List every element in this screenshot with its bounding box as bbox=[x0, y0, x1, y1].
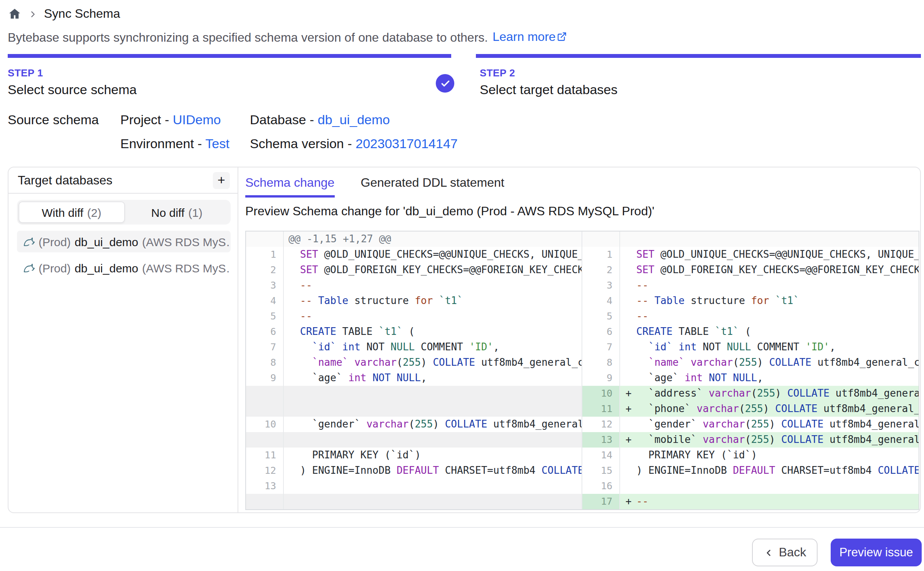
target-database-item[interactable]: (Prod) db_ui_demo (AWS RDS MyS… bbox=[17, 257, 231, 279]
diff-row: 4-- Table structure for `t1` bbox=[246, 293, 582, 309]
diff-left-pane: @@ -1,15 +1,27 @@1SET @OLD_UNIQUE_CHECKS… bbox=[246, 231, 582, 509]
mysql-icon bbox=[23, 262, 35, 274]
diff-row: 6CREATE TABLE `t1` ( bbox=[582, 324, 919, 340]
description-text: Bytebase supports synchronizing a specif… bbox=[8, 30, 488, 44]
diff-right-pane: 1SET @OLD_UNIQUE_CHECKS=@@UNIQUE_CHECKS,… bbox=[582, 231, 919, 509]
preview-title: Preview Schema change for 'db_ui_demo (P… bbox=[245, 204, 654, 218]
diff-row: 16 bbox=[582, 478, 919, 494]
step1-title: Select source schema bbox=[8, 83, 137, 98]
no-diff-count: (1) bbox=[188, 206, 202, 219]
diff-row bbox=[246, 494, 582, 509]
diff-row: 2SET @OLD_FOREIGN_KEY_CHECKS=@@FOREIGN_K… bbox=[582, 262, 919, 278]
project-link[interactable]: UIDemo bbox=[173, 113, 221, 127]
diff-row: 6CREATE TABLE `t1` ( bbox=[246, 324, 582, 340]
step1-completed-badge bbox=[436, 74, 454, 93]
step2-title: Select target databases bbox=[480, 83, 617, 98]
footer-divider bbox=[0, 527, 924, 528]
tab-schema-change[interactable]: Schema change bbox=[245, 176, 334, 198]
source-schema-label: Source schema bbox=[8, 113, 99, 128]
chevron-left-icon bbox=[763, 547, 773, 557]
diff-row: 3-- bbox=[246, 278, 582, 293]
step2-progress-bar bbox=[476, 54, 921, 58]
external-link-icon bbox=[557, 31, 567, 45]
target-databases-panel: Target databases + With diff (2) No diff… bbox=[8, 167, 238, 512]
sync-schema-page: Sync Schema Bytebase supports synchroniz… bbox=[0, 0, 924, 571]
schema-diff-viewer[interactable]: @@ -1,15 +1,27 @@1SET @OLD_UNIQUE_CHECKS… bbox=[245, 231, 919, 510]
step1: STEP 1 Select source schema bbox=[8, 67, 137, 98]
database-link[interactable]: db_ui_demo bbox=[318, 113, 390, 127]
diff-row: 8 `name` varchar(255) COLLATE utf8mb4_ge… bbox=[246, 355, 582, 370]
diff-row: 13 bbox=[246, 478, 582, 494]
diff-row: 11+ `phone` varchar(255) COLLATE utf8mb4… bbox=[582, 401, 919, 417]
mysql-icon bbox=[23, 236, 35, 247]
diff-row: 2SET @OLD_FOREIGN_KEY_CHECKS=@@FOREIGN_K… bbox=[246, 262, 582, 278]
diff-row: 9 `age` int NOT NULL, bbox=[582, 370, 919, 386]
target-databases-title: Target databases bbox=[18, 173, 113, 187]
tab-no-diff[interactable]: No diff (1) bbox=[125, 201, 229, 223]
tab-generated-ddl[interactable]: Generated DDL statement bbox=[361, 176, 504, 198]
step1-progress-bar bbox=[8, 54, 451, 58]
diff-row: 10+ `address` varchar(255) COLLATE utf8m… bbox=[582, 386, 919, 401]
diff-row: 7 `id` int NOT NULL COMMENT 'ID', bbox=[246, 340, 582, 355]
source-database-field: Database - db_ui_demo bbox=[250, 113, 390, 128]
target-databases-header: Target databases + bbox=[8, 167, 238, 194]
diff-row: 12) ENGINE=InnoDB DEFAULT CHARSET=utf8mb… bbox=[246, 463, 582, 478]
diff-row: @@ -1,15 +1,27 @@ bbox=[246, 231, 582, 247]
learn-more-link[interactable]: Learn more bbox=[492, 30, 567, 45]
preview-issue-button[interactable]: Preview issue bbox=[831, 539, 922, 566]
diff-row: 10 `gender` varchar(255) COLLATE utf8mb4… bbox=[246, 417, 582, 432]
diff-row: 1SET @OLD_UNIQUE_CHECKS=@@UNIQUE_CHECKS,… bbox=[246, 247, 582, 262]
back-button[interactable]: Back bbox=[752, 539, 818, 566]
page-description: Bytebase supports synchronizing a specif… bbox=[8, 30, 567, 45]
diff-row: 14 PRIMARY KEY (`id`) bbox=[582, 448, 919, 463]
step1-label: STEP 1 bbox=[8, 67, 137, 79]
diff-row: 5-- bbox=[582, 309, 919, 324]
environment-link[interactable]: Test bbox=[205, 137, 229, 151]
add-target-database-button[interactable]: + bbox=[213, 172, 230, 189]
source-project-field: Project - UIDemo bbox=[120, 113, 221, 128]
diff-row: 13+ `mobile` varchar(255) COLLATE utf8mb… bbox=[582, 432, 919, 448]
tab-with-diff[interactable]: With diff (2) bbox=[19, 201, 125, 223]
check-icon bbox=[440, 78, 450, 88]
diff-row bbox=[246, 432, 582, 448]
source-schema-version-field: Schema version - 20230317014147 bbox=[250, 137, 458, 152]
diff-row bbox=[246, 401, 582, 417]
diff-row: 3-- bbox=[582, 278, 919, 293]
diff-row: 1SET @OLD_UNIQUE_CHECKS=@@UNIQUE_CHECKS,… bbox=[582, 247, 919, 262]
diff-row: 17+-- bbox=[582, 494, 919, 509]
source-environment-field: Environment - Test bbox=[120, 137, 229, 152]
step2: STEP 2 Select target databases bbox=[480, 67, 617, 98]
page-title: Sync Schema bbox=[44, 7, 120, 21]
step2-label: STEP 2 bbox=[480, 67, 617, 79]
diff-row: 15) ENGINE=InnoDB DEFAULT CHARSET=utf8mb… bbox=[582, 463, 919, 478]
diff-row: 11 PRIMARY KEY (`id`) bbox=[246, 448, 582, 463]
schema-version-link[interactable]: 20230317014147 bbox=[356, 137, 458, 151]
diff-row: 4-- Table structure for `t1` bbox=[582, 293, 919, 309]
diff-row: 12 `gender` varchar(255) COLLATE utf8mb4… bbox=[582, 417, 919, 432]
diff-filter-segmented-control: With diff (2) No diff (1) bbox=[17, 200, 231, 225]
diff-row bbox=[246, 386, 582, 401]
diff-row: 9 `age` int NOT NULL, bbox=[246, 370, 582, 386]
diff-row: 7 `id` int NOT NULL COMMENT 'ID', bbox=[582, 340, 919, 355]
target-database-item[interactable]: (Prod) db_ui_demo (AWS RDS MyS… bbox=[17, 231, 231, 252]
diff-row: 5-- bbox=[246, 309, 582, 324]
chevron-right-icon bbox=[29, 10, 37, 18]
home-icon[interactable] bbox=[8, 7, 22, 21]
breadcrumb: Sync Schema bbox=[8, 5, 120, 22]
preview-tabs: Schema change Generated DDL statement bbox=[245, 176, 504, 198]
diff-row bbox=[582, 231, 919, 247]
with-diff-count: (2) bbox=[87, 206, 101, 219]
diff-row: 8 `name` varchar(255) COLLATE utf8mb4_ge… bbox=[582, 355, 919, 370]
